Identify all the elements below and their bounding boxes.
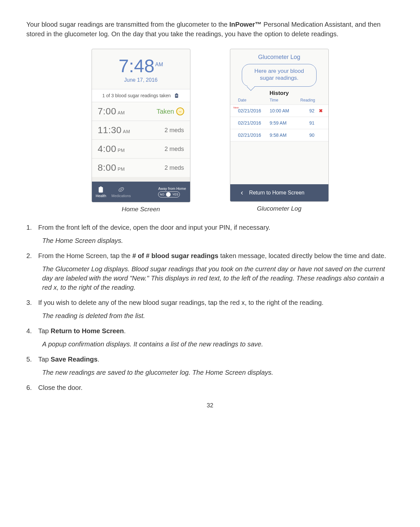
svg-rect-1 xyxy=(176,93,177,94)
step-2-result: The Glucometer Log displays. Blood sugar… xyxy=(42,264,394,292)
tab-medications[interactable]: Medications xyxy=(111,186,131,198)
clipboard-icon xyxy=(174,93,179,99)
svg-line-7 xyxy=(120,189,122,190)
row-date: 02/21/2016 xyxy=(238,132,270,138)
row-time: 11:30AM xyxy=(98,125,130,135)
speech-bubble: Here are your blood sugar readings. xyxy=(242,64,316,87)
svg-rect-5 xyxy=(100,187,102,188)
svg-rect-3 xyxy=(176,96,178,96)
row-time: 4:00PM xyxy=(98,144,125,154)
row-time: 7:00AM xyxy=(98,106,125,117)
toggle-no: NO xyxy=(160,193,164,196)
svg-rect-2 xyxy=(176,95,178,95)
row-date: 02/21/2016 xyxy=(238,120,270,126)
schedule-row[interactable]: 4:00PM 2 meds xyxy=(92,140,190,159)
step-3-result: The reading is deleted from the list. xyxy=(42,311,394,320)
step-4-result: A popup confirmation displays. It contai… xyxy=(42,339,394,349)
readings-taken-banner[interactable]: 1 of 3 blood sugar readings taken xyxy=(92,89,190,102)
schedule-row[interactable]: 7:00AM Taken⌣ xyxy=(92,102,190,121)
clock: 7:48AM xyxy=(92,49,190,77)
row-status: 2 meds xyxy=(164,127,184,134)
history-columns: Date Time Reading xyxy=(230,97,328,104)
history-row[interactable]: New 02/21/2016 10:00 AM 92 ✖ xyxy=(230,104,328,117)
schedule-row[interactable]: 11:30AM 2 meds xyxy=(92,121,190,140)
tab-health[interactable]: Health xyxy=(96,186,106,198)
clipboard-icon xyxy=(97,186,104,193)
row-reading: 90 xyxy=(297,132,317,138)
return-label: Return to Home Screen xyxy=(249,190,304,196)
instruction-steps: 1. From the front left of the device, op… xyxy=(26,223,394,392)
row-status: 2 meds xyxy=(164,146,184,153)
row-time: 9:58 AM xyxy=(270,132,297,138)
svg-rect-0 xyxy=(175,94,178,98)
clock-ampm: AM xyxy=(155,62,163,67)
col-time: Time xyxy=(270,98,297,102)
row-time: 9:59 AM xyxy=(270,120,297,126)
col-reading: Reading xyxy=(297,98,317,102)
away-toggle[interactable]: NO YES xyxy=(158,191,180,197)
schedule-row[interactable]: 8:00PM 2 meds xyxy=(92,159,190,177)
clock-time: 7:48 xyxy=(119,55,154,76)
step-5-result: The new readings are saved to the glucom… xyxy=(42,368,394,377)
page-number: 32 xyxy=(26,402,394,409)
history-row[interactable]: 02/21/2016 9:59 AM 91 xyxy=(230,117,328,129)
row-time: 8:00PM xyxy=(98,162,125,173)
row-time: 10:00 AM xyxy=(270,108,297,113)
step-1-result: The Home Screen displays. xyxy=(42,236,394,245)
step-2: 2. From the Home Screen, tap the # of # … xyxy=(26,251,394,260)
step-3: 3. If you wish to delete any of the new … xyxy=(26,298,394,307)
clock-date: June 17, 2016 xyxy=(92,77,190,83)
figure-caption: Home Screen xyxy=(92,206,190,213)
pill-icon xyxy=(118,186,125,193)
return-home-button[interactable]: ‹ Return to Home Screen xyxy=(230,184,328,201)
home-screen-figure: 7:48AM June 17, 2016 1 of 3 blood sugar … xyxy=(92,49,190,213)
step-1: 1. From the front left of the device, op… xyxy=(26,223,394,232)
row-reading: 92 xyxy=(297,108,317,113)
tab-label: Health xyxy=(96,194,106,198)
row-date: 02/21/2016 xyxy=(238,108,270,113)
new-tag: New xyxy=(234,106,239,109)
intro-paragraph: Your blood sugar readings are transmitte… xyxy=(26,20,394,39)
glucometer-log-figure: Glucometer Log Here are your blood sugar… xyxy=(230,49,329,213)
step-4: 4. Tap Return to Home Screen. xyxy=(26,326,394,336)
away-label: Away from Home xyxy=(158,187,186,190)
footer-nav: Health Medications Away from Home NO YES xyxy=(92,182,190,202)
svg-rect-4 xyxy=(99,187,103,193)
history-heading: History xyxy=(230,90,328,97)
readings-taken-text: 1 of 3 blood sugar readings taken xyxy=(102,93,171,98)
tab-label: Medications xyxy=(111,194,131,198)
intro-pre: Your blood sugar readings are transmitte… xyxy=(26,21,229,28)
toggle-knob xyxy=(166,192,171,197)
history-row[interactable]: 02/21/2016 9:58 AM 90 xyxy=(230,129,328,141)
row-status: 2 meds xyxy=(164,164,184,171)
row-reading: 91 xyxy=(297,120,317,126)
brand-name: InPower™ xyxy=(229,21,262,28)
away-from-home: Away from Home NO YES xyxy=(158,187,186,197)
delete-x-icon[interactable]: ✖ xyxy=(317,108,324,113)
col-date: Date xyxy=(238,98,270,102)
toggle-yes: YES xyxy=(172,193,178,196)
step-5: 5. Tap Save Readings. xyxy=(26,355,394,364)
step-6: 6. Close the door. xyxy=(26,383,394,392)
smiley-icon: ⌣ xyxy=(176,107,184,115)
row-status: Taken⌣ xyxy=(156,107,184,115)
figure-caption: Glucometer Log xyxy=(230,205,329,212)
glucometer-log-device: Glucometer Log Here are your blood sugar… xyxy=(230,49,329,202)
home-screen-device: 7:48AM June 17, 2016 1 of 3 blood sugar … xyxy=(92,49,190,202)
screen-title: Glucometer Log xyxy=(230,49,328,63)
chevron-left-icon: ‹ xyxy=(241,189,243,197)
